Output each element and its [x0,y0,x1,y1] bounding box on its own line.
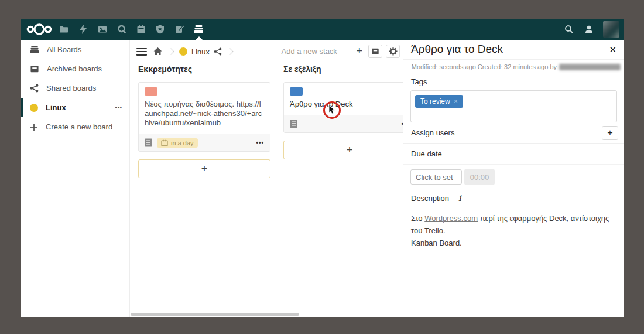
due-date-label: Due date [411,149,442,158]
plus-icon: + [347,144,353,156]
card-footer: ••• [284,115,403,132]
plus-icon [30,123,38,131]
contacts-icon[interactable] [583,19,595,40]
card-title: Άρθρο για το Deck [290,100,403,109]
board-toolbar: Linux + [130,40,403,63]
tags-field[interactable]: To review ✕ [410,90,617,122]
app-window: All Boards Archived boards Shared boards… [21,19,624,317]
cursor-arrow-icon [328,105,337,115]
breadcrumb-board-name: Linux [191,47,210,56]
avatar[interactable] [603,21,619,38]
card-deck-article[interactable]: Άρθρο για το Deck ••• [283,82,403,133]
card-title: Νέος πυρήνας διαθέσιμος. https://launchp… [145,100,264,128]
board-area: Linux + [130,40,403,317]
due-badge-text: in a day [171,139,194,146]
home-icon[interactable] [153,47,163,56]
nextcloud-logo[interactable] [26,22,53,36]
mouse-cursor-annotation [323,101,341,119]
breadcrumb-board[interactable]: Linux [179,47,222,56]
sidebar-item-label: Archived boards [47,64,102,73]
card-body: Άρθρο για το Deck [284,83,403,115]
share-icon[interactable] [214,47,222,56]
board-color-dot [179,47,187,56]
card-footer: in a day ••• [139,134,270,151]
toolbar-right-controls: + [281,45,400,58]
add-stack-input[interactable] [281,47,350,56]
add-card-button[interactable]: + [283,141,403,159]
close-icon[interactable]: ✕ [609,45,616,55]
assign-user-button[interactable]: + [602,126,618,140]
card-menu-button[interactable]: ••• [256,139,264,146]
archive-box-icon [371,47,379,55]
sidebar-item-label: Linux [46,103,66,112]
stack-in-progress: Σε εξέλιξη Άρθρο για το Deck ••• + [283,64,403,159]
add-card-button[interactable]: + [138,159,270,178]
calendar-icon [161,139,168,146]
deck-stack-icon[interactable] [189,19,208,40]
pencil-square-icon[interactable] [170,19,189,40]
details-card-title: Άρθρο για το Deck [411,43,503,56]
sidebar-item-shared-boards[interactable]: Shared boards [21,79,129,98]
lightning-icon[interactable] [73,19,93,40]
sidebar-item-linux-board[interactable]: Linux ••• [21,98,129,117]
board-color-dot [30,104,38,112]
due-date-section: Due date [403,144,624,165]
search-icon[interactable] [563,19,575,40]
sidebar-item-label: All Boards [47,45,81,54]
description-icon [145,138,152,147]
tag-label: To review [420,97,450,105]
horizontal-scrollbar[interactable] [131,313,299,316]
description-label: Description [411,194,449,203]
sidebar-item-all-boards[interactable]: All Boards [21,40,129,59]
board-menu-button[interactable]: ••• [115,105,122,111]
chevron-right-icon [167,48,174,54]
menu-hamburger-icon[interactable] [136,48,147,56]
card-body: Νέος πυρήνας διαθέσιμος. https://launchp… [139,83,270,134]
deck-stack-icon [30,45,39,54]
magnifier-circle-icon[interactable] [112,19,131,40]
sidebar-item-create-board[interactable]: Create a new board [21,117,129,137]
description-line2: Kanban Board. [411,237,616,250]
tag-chip[interactable]: To review ✕ [415,95,463,108]
folder-icon[interactable] [54,19,73,40]
sidebar-item-archived-boards[interactable]: Archived boards [21,59,129,79]
shield-star-icon[interactable] [150,19,170,40]
description-text: Στο Wordpress.com περί της εφαρμογής Dec… [411,213,616,249]
stack-pending: Εκκρεμότητες Νέος πυρήνας διαθέσιμος. ht… [138,64,270,178]
stack-title: Εκκρεμότητες [138,64,270,76]
assign-users-section: Assign users + [403,122,624,144]
settings-button[interactable] [386,45,400,58]
tags-label: Tags [411,77,617,86]
chevron-right-icon [227,48,233,54]
tag-remove-icon[interactable]: ✕ [454,98,458,104]
image-icon[interactable] [93,19,112,40]
assign-users-label: Assign users [411,128,454,137]
app-navigation [54,19,208,40]
details-header: Άρθρο για το Deck ✕ [403,40,624,60]
card-label-chip [290,87,303,96]
plus-icon: + [201,163,208,175]
card-meta-text: Modified: seconds ago Created: 32 minute… [412,63,557,70]
archive-box-icon [30,64,39,73]
gear-icon [389,47,398,56]
calendar-icon[interactable] [131,19,150,40]
author-name-blurred [559,64,621,70]
boards-sidebar: All Boards Archived boards Shared boards… [21,40,130,317]
avatar-blurred-image [603,21,619,38]
due-date-badge[interactable]: in a day [157,138,198,148]
sidebar-item-label: Create a new board [46,122,112,131]
stack-title: Σε εξέλιξη [283,64,403,76]
archive-button[interactable] [368,45,382,58]
due-time-field[interactable] [464,169,495,185]
due-date-inputs [410,169,617,185]
card-details-panel: Άρθρο για το Deck ✕ Modified: seconds ag… [403,40,624,317]
description-section-header: Description i [411,193,617,207]
due-date-field[interactable] [410,169,462,185]
wordpress-link[interactable]: Wordpress.com [424,214,478,223]
markdown-info-icon[interactable]: i [458,193,461,203]
header-bar [21,19,624,40]
add-stack-button[interactable]: + [354,45,365,57]
card-kernel[interactable]: Νέος πυρήνας διαθέσιμος. https://launchp… [138,82,270,152]
header-right-controls [563,19,619,40]
card-label-chip [145,87,157,96]
